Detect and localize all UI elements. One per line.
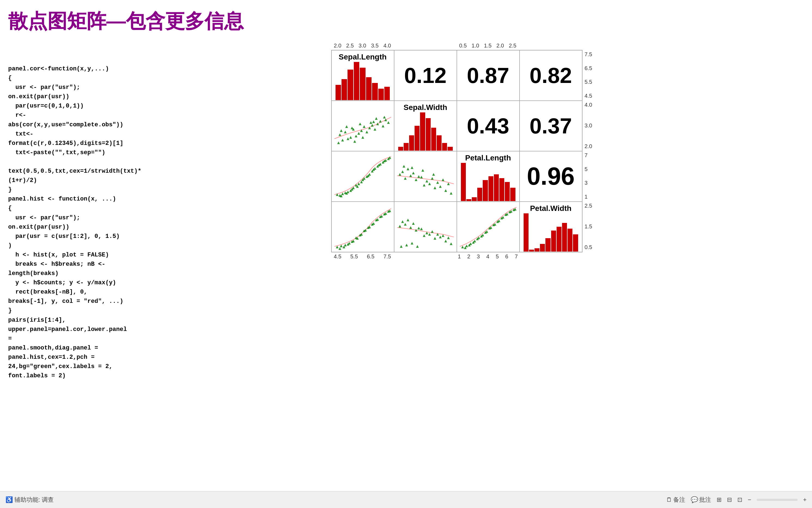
svg-marker-5 <box>357 132 360 135</box>
svg-marker-71 <box>407 168 409 170</box>
right-axis-row2: 7 5 3 1 <box>585 151 598 201</box>
svg-marker-19 <box>337 141 340 144</box>
code-line-3: usr <- par("usr"); on.exit(par(usr)) <box>8 83 126 101</box>
zoom-in-button[interactable]: + <box>803 496 807 503</box>
hist-sepal-length <box>336 62 390 100</box>
comments-button[interactable]: 💬 批注 <box>691 496 711 504</box>
code-line-21: 24,bg="green",cex.labels = 2, font.label… <box>8 362 126 381</box>
svg-marker-98 <box>338 247 341 250</box>
code-line-2: { <box>8 74 126 83</box>
svg-marker-14 <box>382 125 384 127</box>
svg-marker-16 <box>387 121 390 124</box>
zoom-slider[interactable] <box>757 499 798 501</box>
svg-marker-134 <box>416 245 419 248</box>
code-line-12: usr <- par("usr"); on.exit(par(usr)) <box>8 213 126 232</box>
code-panel: panel.cor<-function(x,y,...) { usr <- pa… <box>8 65 126 381</box>
right-axis-row1: 4.0 3.0 2.0 <box>585 100 598 151</box>
scatter-3-0 <box>332 202 394 252</box>
chart-area: 2.0 2.5 3.0 3.5 4.0 0.5 1.0 1.5 2.0 2.5 <box>126 43 804 381</box>
bottom-axis-col0: 4.5 5.5 6.5 7.5 <box>331 253 394 260</box>
zoom-out-icon: − <box>748 496 751 503</box>
svg-marker-1 <box>344 131 346 133</box>
code-line-15: breaks <- h$breaks; nB <- length(breaks) <box>8 260 126 278</box>
notes-button[interactable]: 🗒 备注 <box>666 496 685 504</box>
zoom-out-button[interactable]: − <box>748 496 751 503</box>
svg-marker-81 <box>411 166 413 169</box>
view-reading-button[interactable]: ⊡ <box>737 496 742 503</box>
svg-marker-21 <box>345 125 348 128</box>
code-line-1: panel.cor<-function(x,y,...) <box>8 65 126 74</box>
svg-marker-17 <box>341 139 344 141</box>
svg-marker-26 <box>340 129 342 132</box>
svg-marker-13 <box>379 120 382 123</box>
code-line-7: txt<-paste("",txt,sep="") <box>8 148 126 158</box>
cell-1-0 <box>331 101 394 151</box>
svg-marker-80 <box>402 165 405 168</box>
cell-2-0 <box>331 151 394 202</box>
cell-1-2: 0.43 <box>457 101 520 151</box>
cell-3-2 <box>457 202 520 252</box>
label-sepal-length: Sepal.Length <box>339 53 387 61</box>
matrix-wrapper: 2.0 2.5 3.0 3.5 4.0 0.5 1.0 1.5 2.0 2.5 <box>331 43 598 260</box>
cell-3-1 <box>394 202 457 252</box>
taskbar-accessibility: ♿ 辅助功能: 调查 <box>5 496 54 504</box>
svg-marker-12 <box>376 123 379 125</box>
svg-marker-60 <box>398 173 401 176</box>
svg-marker-131 <box>400 245 402 248</box>
svg-marker-68 <box>441 178 444 181</box>
cell-2-3: 0.96 <box>520 151 582 202</box>
svg-marker-120 <box>447 237 450 239</box>
svg-marker-24 <box>375 117 378 120</box>
svg-marker-20 <box>369 121 372 124</box>
svg-marker-133 <box>411 242 413 245</box>
scatter-2-1 <box>394 152 457 201</box>
comments-icon: 💬 <box>691 496 698 503</box>
svg-marker-77 <box>439 185 441 188</box>
svg-marker-115 <box>420 227 423 230</box>
view-slide-button[interactable]: ⊟ <box>727 496 732 503</box>
code-line-10: panel.hist <- function(x, ...) <box>8 195 126 204</box>
code-line-20: panel.smooth,diag.panel = panel.hist,cex… <box>8 343 126 362</box>
svg-marker-4 <box>354 135 357 137</box>
svg-marker-67 <box>436 181 439 184</box>
svg-marker-123 <box>412 222 415 225</box>
cell-3-0 <box>331 202 394 252</box>
cell-2-2: Petal.Length <box>457 151 520 202</box>
zoom-in-icon: + <box>803 496 807 503</box>
cell-1-1: Sepal.Width <box>394 101 457 151</box>
corr-1-2: 0.43 <box>467 114 510 139</box>
svg-marker-11 <box>373 128 376 131</box>
svg-marker-65 <box>426 180 428 182</box>
svg-marker-82 <box>421 169 424 172</box>
hist-petal-width <box>524 213 578 252</box>
svg-marker-28 <box>359 123 362 125</box>
svg-marker-10 <box>371 124 373 127</box>
corr-1-3: 0.37 <box>530 114 572 139</box>
svg-marker-122 <box>407 218 409 221</box>
scatter-2-0 <box>332 152 394 201</box>
right-axis-row3: 2.5 1.5 0.5 <box>585 201 598 252</box>
svg-marker-27 <box>350 127 353 129</box>
svg-marker-74 <box>423 184 426 186</box>
cell-1-3: 0.37 <box>520 101 582 151</box>
code-line-11: { <box>8 204 126 213</box>
svg-marker-62 <box>409 174 412 177</box>
top-axis-col2: 0.5 1.0 1.5 2.0 2.5 <box>457 43 519 49</box>
corr-2-3: 0.96 <box>527 162 575 190</box>
code-line-13: par(usr = c(usr[1:2], 0, 1.5) ) <box>8 232 126 250</box>
code-line-19: pairs(iris[1:4], upper.panel=panel.cor,l… <box>8 316 126 343</box>
corr-0-2: 0.87 <box>467 63 510 88</box>
svg-marker-70 <box>401 170 404 173</box>
scatter-3-2 <box>457 202 519 252</box>
main-content: 散点图矩阵—包含更多信息 panel.cor<-function(x,y,...… <box>0 0 812 491</box>
bottom-axes: 4.5 5.5 6.5 7.5 1 2 3 4 5 6 7 <box>331 253 582 260</box>
svg-marker-23 <box>362 136 364 139</box>
svg-marker-0 <box>338 133 341 136</box>
matrix-with-right: Sepal.Length <box>331 50 598 252</box>
svg-marker-73 <box>417 175 420 178</box>
view-normal-button[interactable]: ⊞ <box>717 496 721 503</box>
svg-marker-125 <box>423 235 426 237</box>
svg-marker-66 <box>431 177 433 180</box>
scatter-1-0 <box>332 101 394 151</box>
svg-marker-127 <box>433 237 436 240</box>
